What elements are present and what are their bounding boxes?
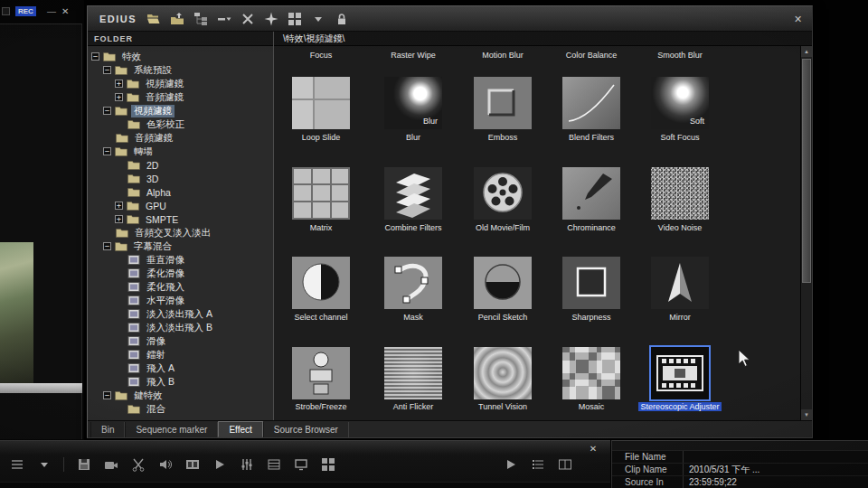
effect-thumbnail[interactable] [651,257,709,309]
effect-label[interactable]: Old Movie/Film [458,223,548,233]
tab-sequence-marker[interactable]: Sequence marker [125,422,218,437]
expander-icon[interactable]: − [103,107,111,115]
speaker-icon[interactable] [157,456,173,472]
tree-item[interactable]: −字幕混合 [88,239,273,253]
list-icon[interactable] [530,456,545,472]
effect-thumbnail[interactable] [474,167,532,220]
effect-thumbnail[interactable] [292,347,350,399]
tree-view-icon[interactable] [193,12,208,27]
effect-label[interactable]: Pencil Sketch [458,313,548,323]
film-icon[interactable] [184,456,200,472]
dropdown-icon[interactable] [36,456,52,472]
lock-icon[interactable] [334,12,349,27]
menu-icon[interactable] [9,456,24,472]
tree-item[interactable]: 音頻濾鏡 [88,131,273,145]
minimize-icon[interactable]: — [47,6,56,16]
effect-label[interactable]: Tunnel Vision [458,402,548,412]
tree-item[interactable]: 淡入淡出飛入 A [88,307,273,321]
effect-label[interactable]: Color Balance [546,51,637,61]
tree-item[interactable]: 2D [88,158,273,172]
effect-label[interactable]: Mosaic [546,402,637,412]
close-icon[interactable]: ✕ [61,6,69,16]
palette-titlebar[interactable]: EDIUS ✕ [88,6,812,32]
effect-thumbnail[interactable] [292,77,350,129]
effect-thumbnail[interactable] [562,77,620,129]
effect-label[interactable]: Motion Blur [458,51,548,61]
effect-thumbnail[interactable] [562,167,620,220]
effect-thumbnail[interactable] [292,257,350,309]
effect-label[interactable]: Mask [368,313,458,323]
tree-item[interactable]: −系統預設 [88,63,273,77]
view-dropdown-icon[interactable] [216,12,231,27]
scrollbar-thumb[interactable] [802,59,811,283]
tab-source-browser[interactable]: Source Browser [263,422,349,437]
tree-item[interactable]: 飛入 A [88,361,273,375]
tree-item[interactable]: Alpha [88,185,273,199]
expander-icon[interactable]: + [115,202,123,210]
tree-item[interactable]: +視頻濾鏡 [88,77,273,90]
tree-item[interactable]: 滑像 [88,334,273,348]
effect-thumbnail[interactable] [562,257,620,309]
cut-icon[interactable] [130,456,146,472]
tab-effect[interactable]: Effect [218,421,262,437]
tree-item[interactable]: 淡入淡出飛入 B [88,321,273,334]
effect-label[interactable]: Select channel [276,313,366,323]
effect-thumbnail[interactable] [384,347,442,399]
effect-label[interactable]: Emboss [458,133,548,143]
open-folder-icon[interactable] [146,12,161,27]
tree-item[interactable]: 3D [88,172,273,185]
expander-icon[interactable]: + [115,93,123,101]
tab-bin[interactable]: Bin [90,422,125,437]
expander-icon[interactable]: − [103,391,111,399]
effect-label[interactable]: Strobe/Freeze [276,402,366,412]
effect-label[interactable]: Anti Flicker [368,402,458,412]
effect-thumbnail[interactable] [384,167,442,220]
scroll-down-icon[interactable]: ▼ [801,409,812,420]
play-icon[interactable] [503,456,518,472]
tree-item[interactable]: 飛入 B [88,375,273,389]
delete-icon[interactable] [240,12,255,27]
expander-icon[interactable]: + [115,215,123,223]
folder-up-icon[interactable] [169,12,184,27]
grid-view-icon[interactable] [287,12,302,27]
effect-thumbnail[interactable] [651,167,709,220]
scroll-up-icon[interactable]: ▲ [801,46,812,57]
grid-icon[interactable] [320,456,335,472]
expander-icon[interactable]: − [103,242,111,250]
effect-label[interactable]: Mirror [635,313,725,323]
effect-label[interactable]: Stereoscopic Adjuster [635,402,725,412]
effect-thumbnail[interactable]: Soft [651,77,709,129]
mixer-icon[interactable] [239,456,254,472]
tree-item[interactable]: −視頻濾鏡 [88,104,273,117]
effect-label[interactable]: Blur [368,133,458,143]
tree-item[interactable]: −轉場 [88,145,273,158]
expander-icon[interactable]: − [91,52,99,61]
vertical-scrollbar[interactable]: ▲ ▼ [800,46,812,420]
tree-item[interactable]: −特效 [88,50,273,63]
tree-item[interactable]: 水平滑像 [88,294,273,307]
tree-item[interactable]: 色彩校正 [88,117,273,131]
add-effect-icon[interactable] [263,12,278,27]
panes-icon[interactable] [557,456,572,472]
tree-item[interactable]: 鐳射 [88,348,273,361]
expander-icon[interactable]: − [103,147,111,155]
effect-thumbnail[interactable] [651,347,709,399]
effect-label[interactable]: Sharpness [546,313,637,323]
tree-item[interactable]: +音頻濾鏡 [88,90,273,104]
effect-label[interactable]: Video Noise [635,223,725,233]
effect-label[interactable]: Soft Focus [635,133,725,143]
effect-label[interactable]: Blend Filters [546,133,637,143]
expander-icon[interactable]: + [115,80,123,88]
effect-label[interactable]: Loop Slide [276,133,366,143]
save-icon[interactable] [76,456,91,472]
effect-label[interactable]: Focus [276,51,366,61]
effect-thumbnail[interactable] [292,167,350,220]
capture-icon[interactable] [103,456,118,472]
effect-label[interactable]: Matrix [276,223,366,233]
tree-item[interactable]: 音頻交叉淡入淡出 [88,226,273,239]
rows-icon[interactable] [266,456,281,472]
effect-thumbnail[interactable] [474,257,532,309]
effect-label[interactable]: Raster Wipe [368,51,458,61]
tree-item[interactable]: 柔化飛入 [88,280,273,294]
monitor-icon[interactable] [293,456,308,472]
